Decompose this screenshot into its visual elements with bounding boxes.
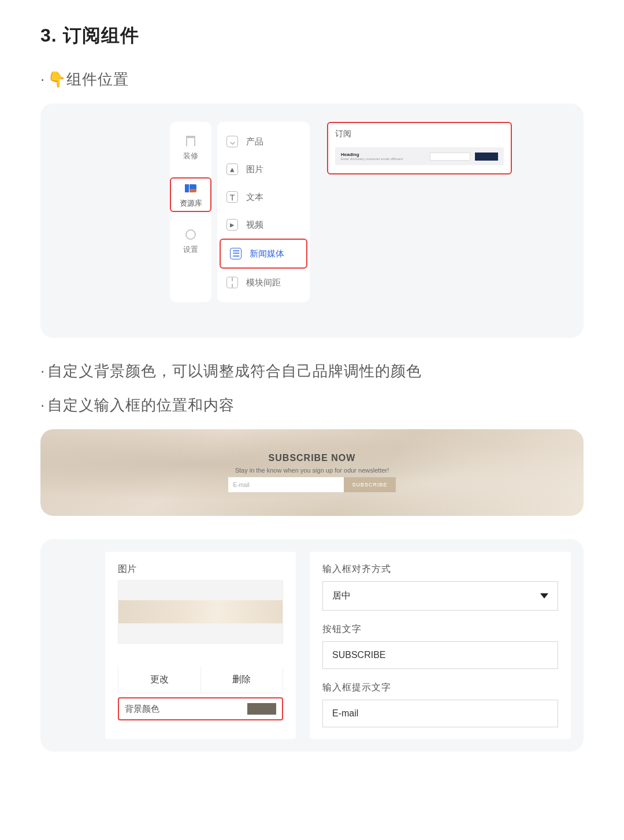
placeholder-field: 输入框提示文字 E-mail [322,682,558,727]
change-image-button[interactable]: 更改 [118,667,201,693]
left-rail: 装修 资源库 设置 [170,122,211,302]
delete-image-button[interactable]: 删除 [201,667,283,693]
text-icon: T [226,191,238,203]
category-video[interactable]: ▸ 视频 [217,211,310,239]
placeholder-value: E-mail [332,708,358,719]
bullet-input-position: ·自定义输入框的位置和内容 [40,395,584,415]
subscribe-title: SUBSCRIBE NOW [269,453,356,463]
button-text-value: SUBSCRIBE [332,650,385,660]
button-text-label: 按钮文字 [322,623,558,635]
category-spacer[interactable]: 模块间距 [217,269,310,296]
resource-library-icon [184,182,197,195]
chevron-down-icon [540,593,548,599]
button-text-field: 按钮文字 SUBSCRIBE [322,623,558,669]
image-thumbnail [118,600,283,623]
image-actions: 更改 删除 [118,667,283,693]
bullet-dot: · [40,396,45,414]
subscribe-description: Stay in the know when you sign up for od… [235,467,389,474]
rail-label: 资源库 [180,198,202,209]
screenshot-component-location: 装修 资源库 设置 ⌵ 产品 ▴ 图片 T 文本 [40,103,584,338]
input-settings-card: 输入框对齐方式 居中 按钮文字 SUBSCRIBE 输入框提示文字 E-mail [310,552,571,739]
category-news-media[interactable]: ☰ 新闻媒体 [220,239,307,269]
align-value: 居中 [332,590,351,602]
preview-card: Heading Enter discovery customer email o… [335,147,504,165]
bullet-dot: · [40,70,45,88]
brush-icon [184,135,197,147]
category-label: 新闻媒体 [250,248,284,259]
spacer-icon [226,277,238,288]
preview-heading: Heading [341,152,425,157]
bullet-text: 组件位置 [66,70,129,88]
category-label: 产品 [246,136,263,147]
rail-label: 装修 [183,151,198,161]
category-label: 图片 [246,164,263,175]
button-text-input[interactable]: SUBSCRIBE [322,641,558,669]
align-select[interactable]: 居中 [322,581,558,611]
screenshot-settings: 图片 更改 删除 背景颜色 输入框对齐方式 居中 按钮文字 SUBSCRIBE [40,539,584,752]
image-settings-card: 图片 更改 删除 背景颜色 [105,552,296,739]
placeholder-label: 输入框提示文字 [322,682,558,694]
image-preview-well[interactable] [118,580,283,644]
bullet-dot: · [40,362,45,380]
preview-input [430,153,470,161]
align-field: 输入框对齐方式 居中 [322,563,558,611]
preview-subtext: Enter discovery customer email offboard [341,157,425,161]
gear-icon [184,228,197,241]
background-color-row[interactable]: 背景颜色 [118,697,283,720]
bullet-text: 自定义输入框的位置和内容 [47,396,235,414]
preview-title: 订阅 [335,129,504,139]
category-label: 文本 [246,192,263,203]
preview-column: 订阅 Heading Enter discovery customer emai… [315,122,523,302]
category-product[interactable]: ⌵ 产品 [217,128,310,155]
pointing-down-emoji: 👇 [47,70,66,88]
play-icon: ▸ [226,219,238,231]
category-label: 视频 [246,220,263,231]
rail-item-settings[interactable]: 设置 [170,226,211,257]
image-label: 图片 [118,563,283,575]
rail-item-resources[interactable]: 资源库 [170,177,211,212]
bullet-component-location: ·👇组件位置 [40,69,584,90]
bullet-text: 自定义背景颜色，可以调整成符合自己品牌调性的颜色 [47,362,422,380]
align-label: 输入框对齐方式 [322,563,558,575]
category-text[interactable]: T 文本 [217,183,310,211]
category-label: 模块间距 [246,277,281,288]
email-input[interactable]: E-mail [228,477,344,492]
bgcolor-label: 背景颜色 [125,704,159,715]
subscribe-button[interactable]: SUBSCRIBE [344,477,395,492]
preview-button [475,153,498,161]
color-swatch[interactable] [247,703,276,715]
bag-icon: ⌵ [226,136,238,147]
rail-label: 设置 [183,244,198,255]
bullet-bgcolor: ·自定义背景颜色，可以调整成符合自己品牌调性的颜色 [40,361,584,381]
subscribe-preview[interactable]: 订阅 Heading Enter discovery customer emai… [327,122,512,174]
section-heading: 3. 订阅组件 [40,23,584,49]
screenshot-subscribe-banner: SUBSCRIBE NOW Stay in the know when you … [40,429,584,516]
image-icon: ▴ [226,163,238,175]
news-icon: ☰ [230,248,242,259]
rail-item-decor[interactable]: 装修 [170,132,211,163]
placeholder-input[interactable]: E-mail [322,700,558,727]
category-list: ⌵ 产品 ▴ 图片 T 文本 ▸ 视频 ☰ 新闻媒体 模块间距 [217,122,310,302]
category-image[interactable]: ▴ 图片 [217,155,310,183]
